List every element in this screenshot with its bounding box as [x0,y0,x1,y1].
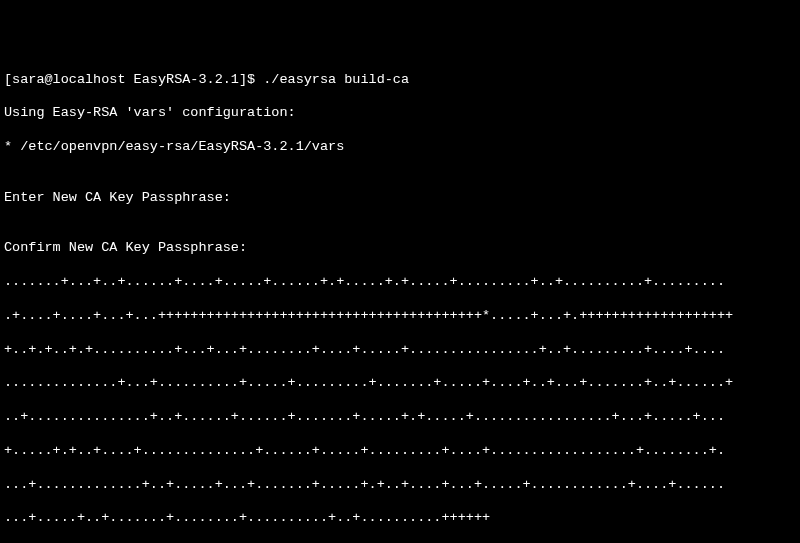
passphrase-prompt[interactable]: Enter New CA Key Passphrase: [4,190,796,207]
keygen-progress: .......+...+..+......+....+.....+......+… [4,274,796,291]
keygen-progress: ..+...............+..+......+......+....… [4,409,796,426]
shell-command: ./easyrsa build-ca [263,72,409,87]
keygen-progress: .+....+....+...+...+++++++++++++++++++++… [4,308,796,325]
keygen-progress: ..............+...+..........+.....+....… [4,375,796,392]
shell-prompt-line[interactable]: [sara@localhost EasyRSA-3.2.1]$ ./easyrs… [4,72,796,89]
passphrase-confirm-prompt[interactable]: Confirm New CA Key Passphrase: [4,240,796,257]
keygen-progress: +.....+.+..+....+..............+......+.… [4,443,796,460]
shell-prompt: [sara@localhost EasyRSA-3.2.1]$ [4,72,263,87]
output-line: * /etc/openvpn/easy-rsa/EasyRSA-3.2.1/va… [4,139,796,156]
keygen-progress: ...+.....+..+.......+........+..........… [4,510,796,527]
keygen-progress: +..+.+..+.+..........+...+...+........+.… [4,342,796,359]
output-line: Using Easy-RSA 'vars' configuration: [4,105,796,122]
keygen-progress: ...+.............+..+.....+...+.......+.… [4,477,796,494]
